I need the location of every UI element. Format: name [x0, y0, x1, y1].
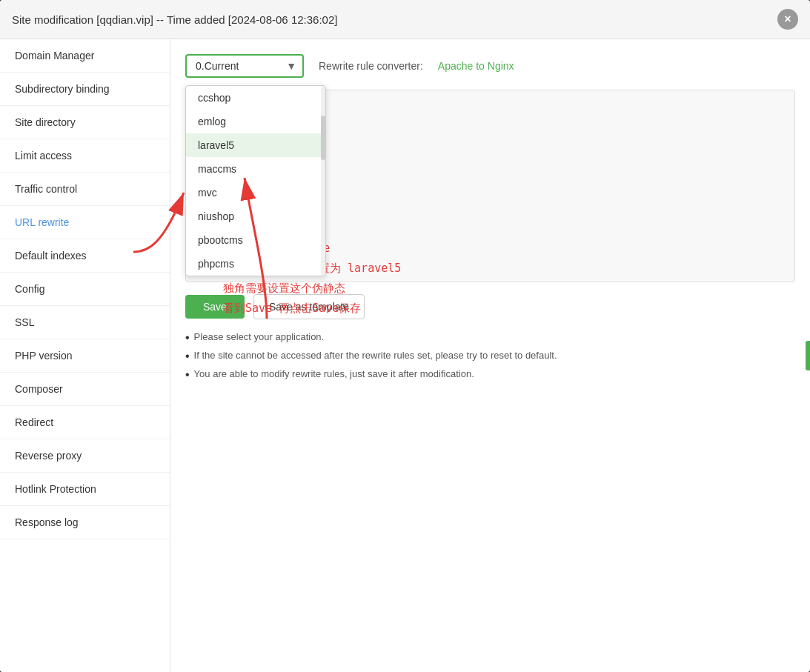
dropdown-item-niushop[interactable]: niushop — [186, 204, 325, 228]
sidebar-item-composer[interactable]: Composer — [0, 373, 170, 406]
sidebar-item-limit-access[interactable]: Limit access — [0, 139, 170, 173]
hint-item: •You are able to modify rewrite rules, j… — [185, 368, 795, 381]
hint-text: You are able to modify rewrite rules, ju… — [194, 368, 474, 379]
sidebar-item-config[interactable]: Config — [0, 273, 170, 306]
sidebar-item-subdirectory-binding[interactable]: Subdirectory binding — [0, 73, 170, 106]
bullet-icon: • — [185, 369, 190, 381]
sidebar-item-url-rewrite[interactable]: URL rewrite — [0, 206, 170, 239]
dropdown-list[interactable]: ccshopemloglaravel5maccmsmvcniushoppboot… — [185, 85, 326, 276]
dropdown-item-laravel5[interactable]: laravel5 — [186, 133, 325, 157]
scrollbar — [321, 86, 325, 276]
apache-to-nginx-link[interactable]: Apache to Nginx — [438, 60, 514, 72]
dropdown-item-emlog[interactable]: emlog — [186, 110, 325, 133]
sidebar: Domain ManagerSubdirectory bindingSite d… — [0, 39, 170, 672]
sidebar-item-response-log[interactable]: Response log — [0, 506, 170, 539]
bullet-icon: • — [185, 350, 190, 362]
sidebar-item-default-indexes[interactable]: Default indexes — [0, 239, 170, 273]
dropdown-item-pbootcms[interactable]: pbootcms — [186, 228, 325, 252]
annotation-line3: 独角需要设置这个伪静态 — [223, 279, 401, 299]
sidebar-item-domain-manager[interactable]: Domain Manager — [0, 39, 170, 73]
hint-item: •Please select your application. — [185, 331, 795, 344]
rewrite-select[interactable]: 0.Current — [185, 54, 304, 78]
modal-overlay: Site modification [qqdian.vip] -- Time a… — [0, 0, 810, 672]
modal-body: Domain ManagerSubdirectory bindingSite d… — [0, 39, 810, 672]
hints-section: •Please select your application.•If the … — [185, 331, 795, 381]
bullet-icon: • — [185, 332, 190, 344]
dropdown-item-maccms[interactable]: maccms — [186, 157, 325, 181]
rewrite-rule-label: Rewrite rule converter: — [319, 60, 423, 72]
sidebar-item-ssl[interactable]: SSL — [0, 306, 170, 339]
sidebar-item-redirect[interactable]: Redirect — [0, 406, 170, 439]
hint-text: Please select your application. — [194, 331, 325, 342]
dropdown-item-mvc[interactable]: mvc — [186, 181, 325, 204]
sidebar-item-php-version[interactable]: PHP version — [0, 339, 170, 373]
close-button[interactable]: × — [777, 9, 798, 30]
green-accent-bar — [806, 341, 810, 370]
modal-header: Site modification [qqdian.vip] -- Time a… — [0, 0, 810, 39]
top-bar: 0.Current ▼ ccshopemloglaravel5maccmsmvc… — [185, 54, 795, 78]
select-wrapper: 0.Current ▼ ccshopemloglaravel5maccmsmvc… — [185, 54, 304, 78]
sidebar-item-hotlink-protection[interactable]: Hotlink Protection — [0, 473, 170, 506]
dropdown-item-ccshop[interactable]: ccshop — [186, 86, 325, 110]
dropdown-item-phpcms[interactable]: phpcms — [186, 252, 325, 276]
sidebar-item-site-directory[interactable]: Site directory — [0, 106, 170, 139]
hint-item: •If the site cannot be accessed after th… — [185, 350, 795, 362]
modal-title: Site modification [qqdian.vip] -- Time a… — [12, 13, 337, 26]
sidebar-item-traffic-control[interactable]: Traffic control — [0, 173, 170, 206]
sidebar-item-reverse-proxy[interactable]: Reverse proxy — [0, 439, 170, 473]
main-content: 0.Current ▼ ccshopemloglaravel5maccmsmvc… — [170, 39, 810, 672]
scrollbar-thumb — [321, 116, 325, 160]
modal: Site modification [qqdian.vip] -- Time a… — [0, 0, 810, 672]
hint-text: If the site cannot be accessed after the… — [194, 350, 557, 361]
annotation-line4: 看到Save 再点击Save保存 — [223, 299, 401, 319]
